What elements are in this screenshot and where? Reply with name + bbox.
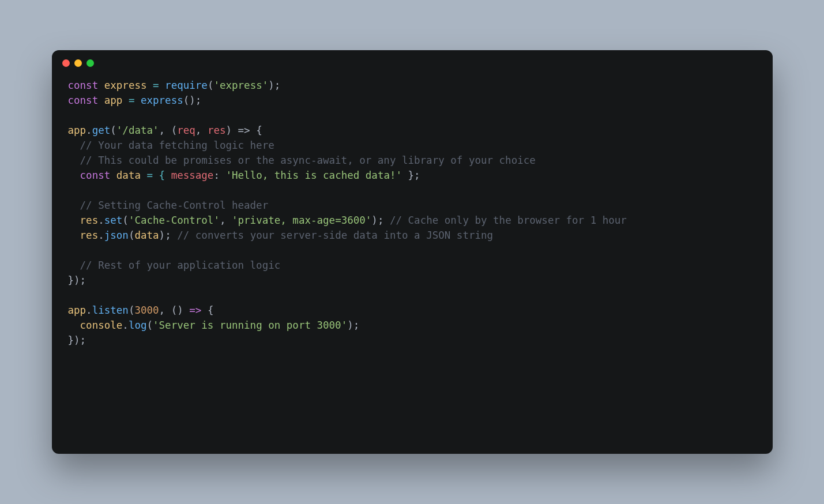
code-line-5: // Your data fetching logic here [68,140,274,151]
code-line-10: res.set('Cache-Control', 'private, max-a… [68,215,627,226]
code-line-14: }); [68,274,86,286]
code-line-4: app.get('/data', (req, res) => { [68,125,262,136]
close-icon[interactable] [62,59,70,67]
code-line-17: console.log('Server is running on port 3… [68,319,360,331]
code-line-16: app.listen(3000, () => { [68,304,214,316]
code-line-13: // Rest of your application logic [68,259,281,271]
code-line-18: }); [68,334,86,346]
code-editor: const express = require('express'); cons… [52,76,773,364]
minimize-icon[interactable] [74,59,82,67]
window-titlebar [52,50,773,76]
maximize-icon[interactable] [86,59,94,67]
code-line-1: const express = require('express'); [68,80,281,91]
code-line-2: const app = express(); [68,95,202,106]
code-line-9: // Setting Cache-Control header [68,200,269,211]
code-line-7: const data = { message: 'Hello, this is … [68,170,420,181]
code-line-11: res.json(data); // converts your server-… [68,230,494,241]
code-window: const express = require('express'); cons… [52,50,773,454]
code-line-6: // This could be promises or the async-a… [68,155,536,166]
